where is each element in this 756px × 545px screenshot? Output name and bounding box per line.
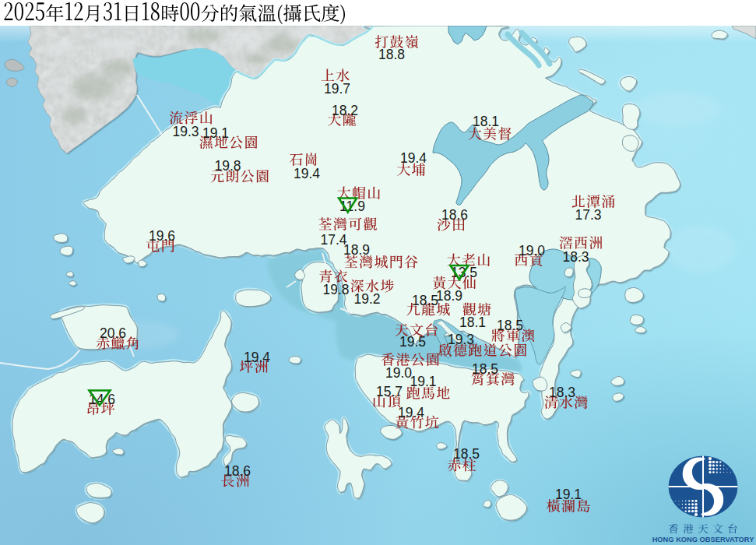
svg-text:19.8: 19.8	[322, 282, 349, 297]
svg-text:18.8: 18.8	[378, 47, 405, 62]
svg-text:19.4: 19.4	[294, 166, 320, 181]
svg-text:18.3: 18.3	[549, 385, 575, 400]
svg-text:18.6: 18.6	[441, 207, 468, 223]
svg-text:18.5: 18.5	[453, 446, 480, 462]
svg-text:19.8: 19.8	[214, 158, 241, 174]
svg-text:19.4: 19.4	[398, 405, 424, 420]
svg-text:18.5: 18.5	[412, 293, 438, 308]
svg-text:20.6: 20.6	[100, 325, 126, 341]
svg-text:19.1: 19.1	[555, 487, 582, 502]
svg-text:19.4: 19.4	[244, 350, 270, 365]
svg-text:19.1: 19.1	[410, 374, 436, 389]
svg-text:18.3: 18.3	[562, 249, 589, 265]
svg-text:17.3: 17.3	[575, 207, 601, 223]
svg-text:15.7: 15.7	[376, 384, 403, 399]
svg-text:19.3: 19.3	[448, 332, 474, 347]
svg-text:19.7: 19.7	[324, 81, 350, 97]
svg-text:18.5: 18.5	[497, 318, 523, 333]
svg-text:19.4: 19.4	[400, 150, 427, 166]
svg-text:18.1: 18.1	[459, 315, 486, 330]
svg-text:19.2: 19.2	[353, 291, 380, 307]
svg-text:18.1: 18.1	[473, 114, 499, 129]
svg-text:19.1: 19.1	[202, 125, 229, 141]
svg-text:18.9: 18.9	[343, 242, 370, 258]
svg-text:19.5: 19.5	[399, 334, 426, 350]
svg-text:19.0: 19.0	[385, 365, 412, 381]
svg-text:19.0: 19.0	[519, 243, 545, 258]
svg-text:19.6: 19.6	[149, 228, 175, 244]
svg-text:18.6: 18.6	[224, 463, 251, 479]
svg-text:19.3: 19.3	[172, 124, 199, 139]
svg-text:HONG KONG OBSERVATORY: HONG KONG OBSERVATORY	[652, 536, 754, 543]
svg-text:18.5: 18.5	[472, 361, 498, 377]
svg-text:18.2: 18.2	[332, 103, 358, 118]
svg-text:18.9: 18.9	[436, 288, 462, 304]
